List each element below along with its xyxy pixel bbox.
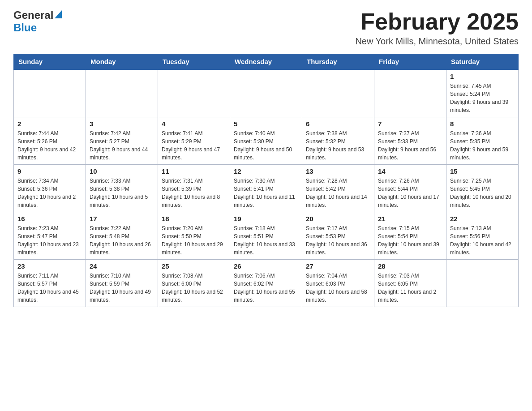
calendar-week-1: 1Sunrise: 7:45 AMSunset: 5:24 PMDaylight…: [14, 69, 519, 117]
calendar-cell: 9Sunrise: 7:34 AMSunset: 5:36 PMDaylight…: [14, 165, 86, 212]
day-number: 10: [90, 167, 154, 175]
calendar-week-2: 2Sunrise: 7:44 AMSunset: 5:26 PMDaylight…: [14, 117, 519, 165]
calendar-cell: 5Sunrise: 7:40 AMSunset: 5:30 PMDaylight…: [230, 117, 302, 165]
calendar-cell: 3Sunrise: 7:42 AMSunset: 5:27 PMDaylight…: [86, 117, 158, 165]
weekday-header-saturday: Saturday: [446, 54, 519, 70]
day-number: 3: [90, 120, 154, 128]
calendar-cell: 4Sunrise: 7:41 AMSunset: 5:29 PMDaylight…: [158, 117, 230, 165]
logo-name: General: [13, 9, 62, 21]
day-info: Sunrise: 7:22 AMSunset: 5:48 PMDaylight:…: [90, 224, 154, 257]
day-info: Sunrise: 7:23 AMSunset: 5:47 PMDaylight:…: [17, 224, 82, 257]
calendar-cell: 22Sunrise: 7:13 AMSunset: 5:56 PMDayligh…: [446, 212, 519, 260]
day-info: Sunrise: 7:13 AMSunset: 5:56 PMDaylight:…: [450, 224, 515, 257]
weekday-header-thursday: Thursday: [302, 54, 374, 70]
calendar-table: SundayMondayTuesdayWednesdayThursdayFrid…: [13, 54, 519, 307]
calendar-cell: 16Sunrise: 7:23 AMSunset: 5:47 PMDayligh…: [14, 212, 86, 260]
calendar-cell: 6Sunrise: 7:38 AMSunset: 5:32 PMDaylight…: [302, 117, 374, 165]
calendar-week-4: 16Sunrise: 7:23 AMSunset: 5:47 PMDayligh…: [14, 212, 519, 260]
calendar-cell: 7Sunrise: 7:37 AMSunset: 5:33 PMDaylight…: [374, 117, 446, 165]
day-info: Sunrise: 7:33 AMSunset: 5:38 PMDaylight:…: [90, 177, 154, 209]
day-info: Sunrise: 7:28 AMSunset: 5:42 PMDaylight:…: [306, 177, 370, 209]
day-info: Sunrise: 7:40 AMSunset: 5:30 PMDaylight:…: [234, 129, 298, 162]
day-info: Sunrise: 7:25 AMSunset: 5:45 PMDaylight:…: [450, 177, 515, 209]
calendar-cell: 11Sunrise: 7:31 AMSunset: 5:39 PMDayligh…: [158, 165, 230, 212]
day-number: 25: [162, 262, 226, 270]
calendar-cell: 23Sunrise: 7:11 AMSunset: 5:57 PMDayligh…: [14, 260, 86, 307]
day-info: Sunrise: 7:44 AMSunset: 5:26 PMDaylight:…: [17, 129, 82, 162]
weekday-header-friday: Friday: [374, 54, 446, 70]
day-number: 17: [90, 215, 154, 223]
day-info: Sunrise: 7:08 AMSunset: 6:00 PMDaylight:…: [162, 272, 226, 304]
weekday-header-tuesday: Tuesday: [158, 54, 230, 70]
day-number: 16: [17, 215, 82, 223]
day-number: 13: [306, 167, 370, 175]
day-info: Sunrise: 7:20 AMSunset: 5:50 PMDaylight:…: [162, 224, 226, 257]
day-number: 4: [162, 120, 226, 128]
day-number: 6: [306, 120, 370, 128]
calendar-cell: 21Sunrise: 7:15 AMSunset: 5:54 PMDayligh…: [374, 212, 446, 260]
logo-blue-text: Blue: [13, 21, 37, 34]
calendar-cell: 19Sunrise: 7:18 AMSunset: 5:51 PMDayligh…: [230, 212, 302, 260]
day-number: 15: [450, 167, 515, 175]
calendar-week-5: 23Sunrise: 7:11 AMSunset: 5:57 PMDayligh…: [14, 260, 519, 307]
calendar-cell: [14, 69, 86, 117]
calendar-cell: 26Sunrise: 7:06 AMSunset: 6:02 PMDayligh…: [230, 260, 302, 307]
day-number: 9: [17, 167, 82, 175]
day-info: Sunrise: 7:03 AMSunset: 6:05 PMDaylight:…: [378, 272, 442, 304]
day-number: 26: [234, 262, 298, 270]
day-info: Sunrise: 7:34 AMSunset: 5:36 PMDaylight:…: [17, 177, 82, 209]
calendar-week-3: 9Sunrise: 7:34 AMSunset: 5:36 PMDaylight…: [14, 165, 519, 212]
day-number: 18: [162, 215, 226, 223]
day-number: 12: [234, 167, 298, 175]
subtitle: New York Mills, Minnesota, United States: [355, 36, 519, 47]
day-info: Sunrise: 7:10 AMSunset: 5:59 PMDaylight:…: [90, 272, 154, 304]
calendar-cell: 13Sunrise: 7:28 AMSunset: 5:42 PMDayligh…: [302, 165, 374, 212]
calendar-cell: 14Sunrise: 7:26 AMSunset: 5:44 PMDayligh…: [374, 165, 446, 212]
calendar-cell: 24Sunrise: 7:10 AMSunset: 5:59 PMDayligh…: [86, 260, 158, 307]
calendar-cell: 25Sunrise: 7:08 AMSunset: 6:00 PMDayligh…: [158, 260, 230, 307]
calendar-cell: [158, 69, 230, 117]
weekday-header-sunday: Sunday: [14, 54, 86, 70]
calendar-cell: 27Sunrise: 7:04 AMSunset: 6:03 PMDayligh…: [302, 260, 374, 307]
day-info: Sunrise: 7:42 AMSunset: 5:27 PMDaylight:…: [90, 129, 154, 162]
day-number: 27: [306, 262, 370, 270]
weekday-header-monday: Monday: [86, 54, 158, 70]
calendar-cell: 15Sunrise: 7:25 AMSunset: 5:45 PMDayligh…: [446, 165, 519, 212]
day-number: 24: [90, 262, 154, 270]
day-number: 7: [378, 120, 442, 128]
day-info: Sunrise: 7:30 AMSunset: 5:41 PMDaylight:…: [234, 177, 298, 209]
day-info: Sunrise: 7:18 AMSunset: 5:51 PMDaylight:…: [234, 224, 298, 257]
day-info: Sunrise: 7:41 AMSunset: 5:29 PMDaylight:…: [162, 129, 226, 162]
calendar-cell: 17Sunrise: 7:22 AMSunset: 5:48 PMDayligh…: [86, 212, 158, 260]
day-number: 8: [450, 120, 515, 128]
logo-general-text: General: [13, 9, 53, 21]
weekday-header-wednesday: Wednesday: [230, 54, 302, 70]
day-info: Sunrise: 7:04 AMSunset: 6:03 PMDaylight:…: [306, 272, 370, 304]
logo: General Blue: [13, 9, 62, 34]
calendar-cell: [446, 260, 519, 307]
day-number: 23: [17, 262, 82, 270]
calendar-cell: [230, 69, 302, 117]
day-info: Sunrise: 7:38 AMSunset: 5:32 PMDaylight:…: [306, 129, 370, 162]
calendar-header-row: SundayMondayTuesdayWednesdayThursdayFrid…: [14, 54, 519, 70]
day-number: 2: [17, 120, 82, 128]
calendar-cell: [374, 69, 446, 117]
day-number: 5: [234, 120, 298, 128]
calendar-cell: 12Sunrise: 7:30 AMSunset: 5:41 PMDayligh…: [230, 165, 302, 212]
day-number: 19: [234, 215, 298, 223]
day-number: 11: [162, 167, 226, 175]
day-number: 21: [378, 215, 442, 223]
calendar-cell: 1Sunrise: 7:45 AMSunset: 5:24 PMDaylight…: [446, 69, 519, 117]
calendar-cell: [302, 69, 374, 117]
calendar-cell: [86, 69, 158, 117]
day-info: Sunrise: 7:26 AMSunset: 5:44 PMDaylight:…: [378, 177, 442, 209]
day-info: Sunrise: 7:37 AMSunset: 5:33 PMDaylight:…: [378, 129, 442, 162]
calendar-cell: 8Sunrise: 7:36 AMSunset: 5:35 PMDaylight…: [446, 117, 519, 165]
day-info: Sunrise: 7:11 AMSunset: 5:57 PMDaylight:…: [17, 272, 82, 304]
day-info: Sunrise: 7:15 AMSunset: 5:54 PMDaylight:…: [378, 224, 442, 257]
day-number: 1: [450, 73, 515, 80]
calendar-cell: 18Sunrise: 7:20 AMSunset: 5:50 PMDayligh…: [158, 212, 230, 260]
logo-blue-label: Blue: [13, 21, 37, 34]
calendar-cell: 2Sunrise: 7:44 AMSunset: 5:26 PMDaylight…: [14, 117, 86, 165]
title-block: February 2025 New York Mills, Minnesota,…: [355, 9, 519, 47]
